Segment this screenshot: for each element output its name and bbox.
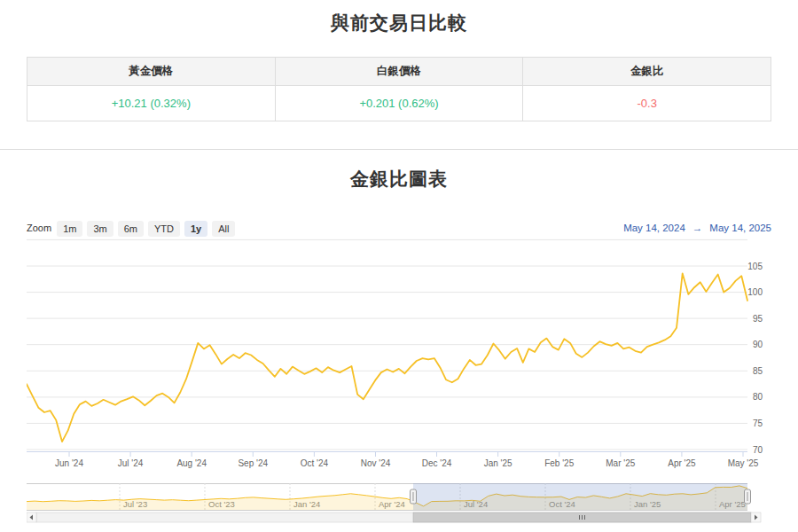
comparison-col-value: +0.201 (0.62%) xyxy=(275,85,523,121)
comparison-col-header: 金銀比 xyxy=(522,58,771,85)
y-axis-label: 90 xyxy=(753,340,763,349)
ratio-main-chart[interactable]: 707580859095100105Jun '24Jul '24Aug '24S… xyxy=(27,238,771,473)
y-axis-label: 70 xyxy=(753,445,763,455)
chart-title: 金銀比圖表 xyxy=(0,167,798,192)
range-button-6m[interactable]: 6m xyxy=(118,221,144,237)
range-display: May 14, 2024 → May 14, 2025 xyxy=(623,223,771,233)
comparison-table-header-row: 黃金價格白銀價格金銀比 xyxy=(27,58,771,85)
ratio-series-line[interactable] xyxy=(27,273,747,442)
x-axis-label: Jan '25 xyxy=(484,458,512,468)
range-arrow-icon: → xyxy=(692,223,703,233)
comparison-col-header: 白銀價格 xyxy=(275,58,523,85)
chart-toolbar: Zoom 1m3m6mYTD1yAll May 14, 2024 → May 1… xyxy=(27,218,771,238)
comparison-table-value-row: +10.21 (0.32%)+0.201 (0.62%)-0.3 xyxy=(27,85,771,121)
x-axis-label: Aug '24 xyxy=(176,458,207,468)
range-button-3m[interactable]: 3m xyxy=(87,221,113,237)
range-button-1y[interactable]: 1y xyxy=(184,221,207,237)
y-axis-label: 85 xyxy=(753,366,763,376)
x-axis-label: Jul '24 xyxy=(118,458,144,468)
x-axis-label: Jun '24 xyxy=(55,458,83,468)
y-axis-label: 100 xyxy=(747,287,763,297)
section-divider xyxy=(0,149,798,150)
y-axis-label: 80 xyxy=(753,392,763,402)
x-axis-label: Feb '25 xyxy=(544,458,574,468)
range-button-all[interactable]: All xyxy=(212,221,235,237)
zoom-label: Zoom xyxy=(27,223,51,233)
x-axis-label: May '25 xyxy=(728,458,759,468)
comparison-col-header: 黃金價格 xyxy=(27,58,275,85)
comparison-col-value: +10.21 (0.32%) xyxy=(27,85,275,121)
y-axis-label: 95 xyxy=(753,314,763,324)
x-axis-label: Nov '24 xyxy=(361,458,391,468)
ratio-chart-navigator[interactable]: Jul '23Oct '23Jan '24Apr '24Jul '24Oct '… xyxy=(27,483,771,525)
range-button-ytd[interactable]: YTD xyxy=(148,221,180,237)
x-axis-label: Oct '24 xyxy=(301,458,329,468)
x-axis-label: Dec '24 xyxy=(422,458,452,468)
range-to-input[interactable]: May 14, 2025 xyxy=(709,223,771,233)
navigator-selected-range[interactable] xyxy=(413,483,747,510)
range-selector-buttons: 1m3m6mYTD1yAll xyxy=(57,220,239,236)
y-axis-label: 75 xyxy=(753,419,763,428)
y-axis-label: 105 xyxy=(747,262,763,271)
range-button-1m[interactable]: 1m xyxy=(57,221,82,237)
comparison-title: 與前交易日比較 xyxy=(0,11,798,35)
range-from-input[interactable]: May 14, 2024 xyxy=(623,223,685,233)
x-axis-label: Mar '25 xyxy=(606,458,635,468)
x-axis-label: Sep '24 xyxy=(238,458,268,468)
comparison-table: 黃金價格白銀價格金銀比 +10.21 (0.32%)+0.201 (0.62%)… xyxy=(27,57,771,121)
x-axis-label: Apr '25 xyxy=(668,458,696,468)
comparison-col-value: -0.3 xyxy=(522,85,771,121)
